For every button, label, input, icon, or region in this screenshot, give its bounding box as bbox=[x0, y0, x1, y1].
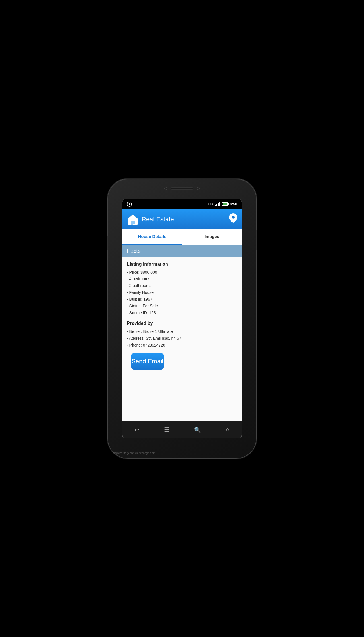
gps-icon bbox=[127, 202, 132, 207]
svg-point-5 bbox=[232, 216, 235, 219]
back-nav-button[interactable]: ↩ bbox=[135, 426, 139, 433]
signal-bar-4 bbox=[219, 202, 220, 206]
camera-dot-right bbox=[197, 187, 200, 190]
phone-device: 3G 8:50 bbox=[108, 179, 256, 458]
time-display: 8:50 bbox=[230, 202, 237, 206]
house-icon bbox=[127, 213, 139, 225]
details-content: Listing information - Price: $800,000 - … bbox=[122, 257, 242, 421]
svg-rect-3 bbox=[133, 221, 135, 224]
tab-house-details[interactable]: House Details bbox=[122, 229, 182, 244]
provider-section-title: Provided by bbox=[127, 321, 237, 326]
speaker-grille bbox=[171, 187, 193, 190]
svg-rect-2 bbox=[131, 221, 133, 225]
phone-screen: 3G 8:50 bbox=[122, 199, 242, 438]
home-nav-button[interactable]: ⌂ bbox=[226, 426, 229, 433]
send-email-button[interactable]: Send Email bbox=[131, 353, 164, 370]
provider-section: Provided by - Broker: Broker1 Ultimate -… bbox=[127, 321, 237, 349]
status-left bbox=[127, 202, 132, 207]
listing-item-3: - 2 bathrooms bbox=[127, 282, 237, 289]
battery-icon bbox=[222, 202, 228, 206]
tabs-row: House Details Images bbox=[122, 229, 242, 244]
listing-item-4: - Family House bbox=[127, 289, 237, 296]
tabs-container: House Details Images bbox=[122, 229, 242, 245]
search-nav-button[interactable]: 🔍 bbox=[194, 426, 201, 433]
app-bar-left: Real Estate bbox=[127, 213, 174, 225]
listing-item-5: - Built in: 1967 bbox=[127, 296, 237, 303]
provider-item-2: - Address: Str. Emil Isac, nr. 67 bbox=[127, 335, 237, 342]
svg-rect-0 bbox=[128, 218, 138, 225]
listing-item-1: - Price: $800,000 bbox=[127, 269, 237, 276]
facts-title: Facts bbox=[127, 248, 141, 254]
watermark: www.heritagechristiancollege.com bbox=[113, 452, 156, 455]
listing-item-2: - 4 bedrooms bbox=[127, 276, 237, 282]
battery-fill bbox=[223, 203, 227, 205]
menu-nav-button[interactable]: ☰ bbox=[164, 426, 169, 433]
bottom-navigation: ↩ ☰ 🔍 ⌂ bbox=[122, 421, 242, 438]
provider-item-3: - Phone: 0723624720 bbox=[127, 342, 237, 349]
facts-header: Facts bbox=[122, 245, 242, 257]
app-title: Real Estate bbox=[142, 216, 174, 223]
volume-button bbox=[107, 236, 108, 250]
signal-bar-3 bbox=[218, 203, 219, 206]
location-pin-icon[interactable] bbox=[229, 213, 237, 225]
camera-dot-left bbox=[164, 187, 167, 190]
provider-item-1: - Broker: Broker1 Ultimate bbox=[127, 328, 237, 335]
content-area: Facts Listing information - Price: $800,… bbox=[122, 245, 242, 421]
listing-item-7: - Source ID: 123 bbox=[127, 310, 237, 316]
phone-top-elements bbox=[164, 187, 200, 190]
power-button bbox=[256, 230, 257, 250]
signal-bars bbox=[215, 202, 220, 206]
network-indicator: 3G bbox=[208, 202, 213, 206]
app-bar: Real Estate bbox=[122, 209, 242, 229]
tab-images[interactable]: Images bbox=[182, 229, 242, 244]
listing-item-6: - Status: For Sale bbox=[127, 303, 237, 310]
signal-bar-2 bbox=[216, 204, 217, 206]
svg-marker-1 bbox=[127, 214, 138, 219]
status-bar: 3G 8:50 bbox=[122, 199, 242, 209]
signal-bar-1 bbox=[215, 205, 216, 206]
listing-section-title: Listing information bbox=[127, 262, 237, 267]
status-right: 3G 8:50 bbox=[208, 202, 237, 206]
